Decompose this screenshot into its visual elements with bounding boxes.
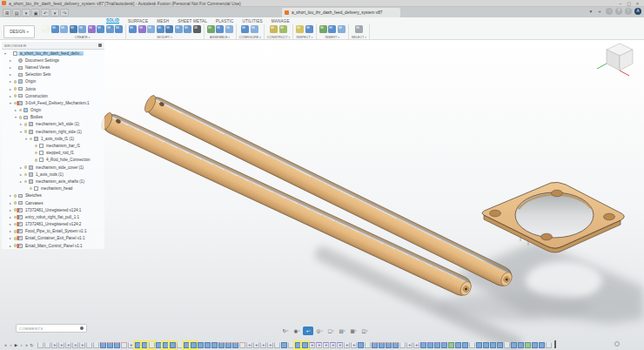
expand-arrow-icon[interactable]: ▸: [19, 179, 23, 184]
browser-tree-item[interactable]: ▾ 3-0x4_Feed_Delivery_Mechanism:1: [2, 99, 104, 106]
visibility-bulb-icon[interactable]: [35, 145, 38, 148]
browser-tree-item[interactable]: ▸ Construction: [2, 92, 104, 99]
timeline-feature-icon[interactable]: [525, 342, 531, 348]
visibility-bulb-icon[interactable]: [14, 208, 17, 212]
ribbon-tab[interactable]: PLASTIC: [216, 19, 234, 24]
tool-icon[interactable]: [355, 25, 363, 33]
timeline-feature-icon[interactable]: [177, 342, 183, 348]
visibility-bulb-icon[interactable]: [14, 94, 17, 98]
tool-icon[interactable]: [165, 25, 173, 33]
timeline-feature-icon[interactable]: [267, 342, 273, 348]
tool-icon[interactable]: [78, 25, 86, 33]
browser-tree-item[interactable]: ▸ Entail_Container_Exit_Panel v1:1: [2, 235, 104, 242]
timeline-feature-icon[interactable]: [142, 342, 148, 348]
browser-tree-item[interactable]: mechanism_head: [2, 185, 104, 192]
expand-arrow-icon[interactable]: ▸: [9, 244, 12, 248]
timeline-feature-icon[interactable]: [198, 342, 204, 348]
orbit-button[interactable]: ↻: [280, 326, 291, 335]
tool-icon[interactable]: [147, 25, 155, 33]
timeline-refresh-button[interactable]: ↻: [30, 342, 34, 348]
expand-arrow-icon[interactable]: ▸: [9, 201, 12, 205]
timeline-feature-icon[interactable]: [170, 342, 176, 348]
comments-box[interactable]: COMMENTS: [16, 324, 87, 333]
browser-tree-item[interactable]: ▾ a_short_lou_thr_dash_feed_deliv...: [2, 50, 104, 57]
timeline-feature-icon[interactable]: [316, 342, 322, 348]
expand-arrow-icon[interactable]: ▸: [9, 87, 12, 91]
view-cube[interactable]: [597, 44, 633, 76]
expand-arrow-icon[interactable]: ▸: [9, 229, 12, 233]
tool-icon[interactable]: [157, 25, 164, 33]
redo-button[interactable]: ↷: [60, 9, 69, 17]
timeline-feature-icon[interactable]: [420, 342, 426, 348]
look-at-button[interactable]: ◉: [292, 326, 302, 335]
visibility-bulb-icon[interactable]: [14, 80, 17, 84]
file-menu-button[interactable]: ▤: [12, 9, 21, 17]
expand-arrow-icon[interactable]: ▸: [9, 222, 12, 226]
tool-icon[interactable]: [115, 25, 123, 33]
timeline-feature-icon[interactable]: [121, 342, 127, 348]
ribbon-tab[interactable]: UTILITIES: [242, 19, 262, 24]
expand-arrow-icon[interactable]: ▸: [9, 65, 12, 70]
toolbar-group-label[interactable]: ASSEMBLE: [210, 36, 230, 39]
browser-tree-item[interactable]: ▸ Named Views: [2, 64, 104, 71]
tool-icon[interactable]: [270, 25, 278, 33]
timeline-feature-icon[interactable]: [149, 342, 155, 348]
visibility-bulb-icon[interactable]: [14, 194, 17, 198]
timeline-feature-icon[interactable]: [455, 342, 461, 348]
new-tab-button[interactable]: +: [596, 8, 603, 15]
undo-button[interactable]: ↶: [41, 9, 50, 17]
timeline-feature-icon[interactable]: [330, 342, 336, 348]
browser-tree-item[interactable]: ▸ Origin: [2, 78, 104, 85]
tool-icon[interactable]: [106, 25, 114, 33]
visibility-bulb-icon[interactable]: [14, 223, 17, 226]
timeline-feature-icon[interactable]: [323, 342, 329, 348]
tool-icon[interactable]: [51, 25, 59, 33]
visibility-bulb-icon[interactable]: [14, 230, 17, 233]
visibility-bulb-icon[interactable]: [24, 123, 28, 126]
timeline-feature-icon[interactable]: [365, 342, 371, 348]
browser-tree-item[interactable]: mechanism_bar_f1: [2, 142, 104, 149]
visibility-bulb-icon[interactable]: [35, 151, 38, 155]
visibility-bulb-icon[interactable]: [24, 173, 28, 177]
timeline-feature-icon[interactable]: [309, 342, 315, 348]
expand-arrow-icon[interactable]: ▸: [9, 58, 12, 63]
timeline-feature-icon[interactable]: [406, 342, 413, 348]
timeline-feature-icon[interactable]: [205, 342, 211, 348]
browser-tree-item[interactable]: ▾ Bodies: [2, 114, 104, 121]
toolbar-group-label[interactable]: CREATE: [75, 36, 91, 39]
timeline-feature-icon[interactable]: [281, 342, 287, 348]
timeline-position-marker[interactable]: [554, 340, 556, 348]
timeline-feature-icon[interactable]: [386, 342, 392, 348]
timeline-feature-icon[interactable]: [128, 342, 134, 348]
browser-tree-item[interactable]: ▸ 17372481_Unregistered v124:2: [2, 221, 104, 228]
visibility-bulb-icon[interactable]: [14, 216, 17, 219]
save-button[interactable]: ▣: [31, 9, 40, 17]
timeline-feature-icon[interactable]: [462, 342, 468, 348]
timeline-feature-icon[interactable]: [232, 342, 238, 348]
timeline-feature-icon[interactable]: [253, 342, 259, 348]
timeline-feature-icon[interactable]: [225, 342, 231, 348]
toolbar-group-label[interactable]: MODIFY: [158, 36, 172, 39]
fit-button[interactable]: ▢: [325, 326, 336, 335]
undo-caret[interactable]: ▾: [50, 9, 59, 17]
tool-icon[interactable]: [184, 25, 191, 33]
visibility-bulb-icon[interactable]: [35, 158, 38, 162]
file-menu-caret[interactable]: ▾: [22, 9, 30, 17]
timeline-feature-icon[interactable]: [441, 342, 447, 348]
timeline-feature-icon[interactable]: [288, 342, 294, 348]
workspace-selector[interactable]: DESIGN: [3, 25, 35, 38]
timeline-feature-icon[interactable]: [211, 342, 218, 348]
expand-arrow-icon[interactable]: ▾: [9, 101, 12, 105]
timeline-feature-icon[interactable]: [51, 342, 57, 348]
timeline-feature-icon[interactable]: [469, 342, 475, 348]
timeline-feature-icon[interactable]: [497, 342, 503, 348]
timeline-feature-icon[interactable]: [337, 342, 343, 348]
timeline-feature-icon[interactable]: [302, 342, 308, 348]
toolbar-group-label[interactable]: CONSTRUCT: [267, 36, 290, 39]
timeline-feature-icon[interactable]: [260, 342, 266, 348]
timeline-feature-icon[interactable]: [65, 342, 71, 348]
tool-icon[interactable]: [129, 25, 137, 33]
timeline-feature-icon[interactable]: [184, 342, 190, 348]
tool-icon[interactable]: [225, 25, 233, 33]
timeline-feature-icon[interactable]: [511, 342, 517, 348]
